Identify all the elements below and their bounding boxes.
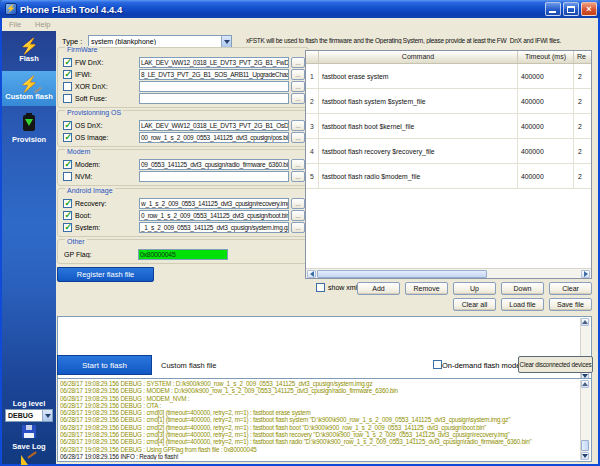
ifwi-checkbox[interactable] — [63, 70, 72, 79]
system-label: System: — [75, 224, 139, 231]
boot-checkbox[interactable] — [63, 211, 72, 220]
xor-dnx-checkbox[interactable] — [63, 82, 72, 91]
os-image-checkbox[interactable] — [63, 133, 72, 142]
system-browse-button[interactable]: ... — [291, 222, 305, 233]
scroll-right-icon[interactable] — [581, 270, 590, 278]
table-row[interactable]: 2fastboot flash system $system_file40000… — [306, 89, 591, 114]
soft-fuse-browse-button[interactable]: ... — [291, 93, 305, 104]
app-window: ⚡ Phone Flash Tool 4.4.4 × File Help ⚡ F… — [0, 0, 600, 466]
os-image-field[interactable]: 00_row_1_s_2_009_0553_141125_dvt3_cpusig… — [139, 132, 289, 143]
os-dnx-checkbox[interactable] — [63, 121, 72, 130]
nvm-checkbox[interactable] — [63, 172, 72, 181]
sidebar-item-custom-flash[interactable]: ⚡ Custom flash — [2, 71, 56, 106]
log-output: 06/28/17 19:08:29.156 DEBUG : SYSTEM : D… — [57, 378, 592, 462]
remove-button[interactable]: Remove — [405, 282, 448, 295]
recovery-label: Recovery: — [75, 200, 139, 207]
system-checkbox[interactable] — [63, 223, 72, 232]
clear-disconnected-devices-button[interactable]: Clear disconnected devices — [518, 356, 593, 373]
load-file-button[interactable]: Load file — [501, 298, 544, 311]
on-demand-flash-mode-checkbox[interactable] — [433, 360, 442, 369]
group-modem-title: Modem — [65, 148, 92, 156]
down-button[interactable]: Down — [501, 282, 544, 295]
nvm-label: NVM: — [75, 173, 139, 180]
dropdown-arrow-icon — [42, 410, 52, 421]
broom-icon — [21, 453, 37, 466]
system-field[interactable]: _1_s_2_009_0553_141125_dvt3_cpusign/syst… — [139, 222, 289, 233]
custom-flash-file-tab: Custom flash file — [161, 361, 216, 370]
scroll-down-icon[interactable] — [581, 452, 589, 460]
fw-dnx-checkbox[interactable] — [63, 58, 72, 67]
log-scrollbar[interactable] — [580, 380, 590, 460]
modem-browse-button[interactable]: ... — [291, 159, 305, 170]
scroll-up-icon[interactable] — [581, 380, 589, 388]
table-row[interactable]: 5fastboot flash radio $modem_file4000002 — [306, 164, 591, 189]
ifwi-browse-button[interactable]: ... — [291, 69, 305, 80]
maximize-button[interactable] — [563, 2, 579, 16]
clear-all-button[interactable]: Clear all — [453, 298, 496, 311]
modem-checkbox[interactable] — [63, 160, 72, 169]
table-h-scrollbar[interactable] — [306, 268, 591, 278]
recovery-checkbox[interactable] — [63, 199, 72, 208]
window-title: Phone Flash Tool 4.4.4 — [20, 4, 122, 15]
minimize-button[interactable] — [545, 2, 561, 16]
scroll-thumb[interactable] — [317, 270, 487, 278]
sidebar-item-flash[interactable]: ⚡ Flash — [2, 37, 56, 63]
title-bar: ⚡ Phone Flash Tool 4.4.4 × — [0, 0, 600, 18]
table-row[interactable]: 1fastboot erase system4000002 — [306, 64, 591, 89]
sidebar: ⚡ Flash ⚡ Custom flash Provision Log lev… — [2, 31, 56, 464]
nvm-browse-button[interactable]: ... — [291, 171, 305, 182]
modem-label: Modem: — [75, 161, 139, 168]
show-xml-checkbox[interactable] — [316, 283, 325, 292]
recovery-field[interactable]: w_1_s_2_009_0553_141125_dvt3_cpusign/rec… — [139, 198, 289, 209]
log-level-select[interactable]: DEBUG — [5, 409, 53, 422]
recovery-browse-button[interactable]: ... — [291, 198, 305, 209]
xor-dnx-browse-button[interactable]: ... — [291, 81, 305, 92]
log-line: 06/28/17 19:08:29.156 INFO : Ready to fl… — [60, 453, 579, 460]
soft-fuse-field[interactable] — [139, 93, 289, 104]
clear-log-button[interactable]: Clear Log — [2, 452, 56, 466]
start-to-flash-button[interactable]: Start to flash — [57, 355, 152, 375]
menu-file[interactable]: File — [2, 20, 28, 29]
os-dnx-browse-button[interactable]: ... — [291, 120, 305, 131]
log-line: 06/28/17 19:08:29.156 DEBUG : SYSTEM : D… — [60, 380, 579, 387]
add-button[interactable]: Add — [357, 282, 400, 295]
column-header-timeout[interactable]: Timeout (ms) — [518, 51, 574, 64]
app-icon: ⚡ — [5, 3, 17, 15]
scroll-thumb[interactable] — [581, 440, 589, 451]
column-header-retry[interactable]: Re — [574, 51, 591, 64]
boot-field[interactable]: 0_row_1_s_2_009_0553_141125_dvt3_cpusign… — [139, 210, 289, 221]
xor-dnx-label: XOR DnX: — [75, 83, 139, 90]
soft-fuse-checkbox[interactable] — [63, 94, 72, 103]
ifwi-label: IFWI: — [75, 71, 139, 78]
boot-label: Boot: — [75, 212, 139, 219]
ifwi-field[interactable]: 8_LE_DVT3_PVT_2G_B1_SOS_ARB11_UpgradeCha… — [139, 69, 289, 80]
hint-text: xFSTK will be used to flash the firmware… — [246, 37, 596, 44]
table-row[interactable]: 4fastboot flash recovery $recovery_file4… — [306, 139, 591, 164]
menu-help[interactable]: Help — [28, 20, 57, 29]
group-provisionning-os: Provisionning OSOS DnX:LAK_DEV_WW12_0318… — [57, 110, 309, 147]
group-provisionning-os-title: Provisionning OS — [65, 109, 123, 117]
log-line: 06/28/17 19:08:29.156 DEBUG : OTA : — [60, 402, 579, 409]
modem-field[interactable]: 09_0553_141125_dvt3_cpusign/radio_firmwa… — [139, 159, 289, 170]
save-log-button[interactable]: Save Log — [2, 425, 56, 451]
table-row[interactable]: 3fastboot flash boot $kernel_file4000002 — [306, 114, 591, 139]
sidebar-item-provision[interactable]: Provision — [2, 115, 56, 144]
save-file-button[interactable]: Save file — [549, 298, 592, 311]
clear-button[interactable]: Clear — [549, 282, 592, 295]
gp-flag-field[interactable]: 0x80000045 — [138, 249, 228, 260]
fw-dnx-browse-button[interactable]: ... — [291, 57, 305, 68]
boot-browse-button[interactable]: ... — [291, 210, 305, 221]
os-image-browse-button[interactable]: ... — [291, 132, 305, 143]
up-button[interactable]: Up — [453, 282, 496, 295]
register-flash-file-button[interactable]: Register flash file — [57, 267, 154, 282]
close-button[interactable]: × — [581, 2, 597, 16]
fw-dnx-field[interactable]: LAK_DEV_WW12_0318_LE_DVT3_PVT_2G_B1_FwDn… — [139, 57, 289, 68]
log-line: 06/28/17 19:08:29.156 DEBUG : MODEM_NVM … — [60, 395, 579, 402]
scroll-left-icon[interactable] — [307, 270, 316, 278]
xor-dnx-field[interactable] — [139, 81, 289, 92]
scroll-up-icon[interactable] — [581, 318, 589, 326]
os-dnx-field[interactable]: LAK_DEV_WW12_0318_LE_DVT3_PVT_2G_B1_OsDn… — [139, 120, 289, 131]
soft-fuse-label: Soft Fuse: — [75, 95, 139, 102]
column-header-command[interactable]: Command — [319, 51, 518, 64]
nvm-field[interactable] — [139, 171, 289, 182]
